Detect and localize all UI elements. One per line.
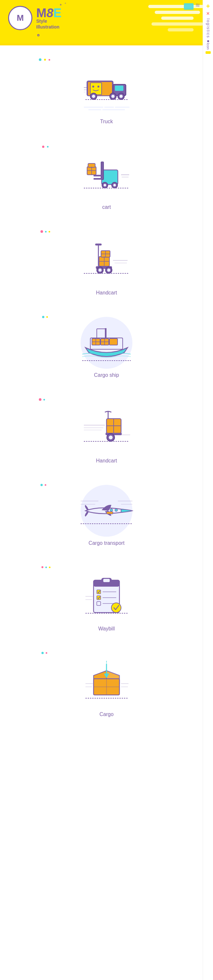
waybill-label: Waybill: [98, 626, 115, 632]
svg-rect-18: [101, 162, 104, 180]
cargo-ship-svg: [80, 322, 133, 364]
deco-dot-teal7: [45, 566, 47, 568]
svg-point-3: [92, 86, 94, 88]
deco-dot-pink: [49, 59, 50, 60]
cargo-transport-label: Cargo transport: [88, 540, 124, 546]
handcart1-label: Handcart: [96, 290, 117, 296]
deco-dot-pink7: [41, 566, 43, 568]
svg-rect-53: [109, 339, 117, 345]
sidebar-plus-icon: +: [206, 3, 210, 10]
svg-point-88: [111, 603, 121, 612]
svg-rect-48: [105, 328, 106, 339]
deco-dot-teal4: [42, 316, 44, 318]
svg-rect-84: [97, 596, 101, 600]
handcart2-section: Handcart: [0, 388, 213, 474]
cargo-transport-icon-wrapper: [74, 487, 139, 535]
waybill-svg: [84, 574, 129, 616]
cargo-transport-section: Cargo transport: [0, 474, 213, 556]
svg-point-28: [113, 184, 116, 186]
deco-dot-teal6: [41, 484, 43, 486]
deco-dot-pink2: [42, 146, 44, 148]
handcart1-icon-wrapper: [74, 233, 139, 285]
svg-point-71: [115, 509, 117, 511]
truck-label: Truck: [100, 119, 113, 124]
deco-dot-teal8: [41, 652, 44, 654]
deco-dot-teal3: [45, 231, 47, 232]
cart-label: cart: [102, 204, 111, 210]
svg-rect-82: [97, 590, 101, 594]
cargo-ship-section: Cargo ship: [0, 305, 213, 388]
deco-dot-pink3: [41, 230, 43, 233]
svg-rect-32: [95, 243, 102, 245]
deco-dot-pink5: [39, 398, 41, 401]
sidebar-yellow-rect: [205, 51, 211, 54]
svg-point-12: [120, 95, 123, 98]
svg-point-70: [110, 509, 113, 511]
svg-point-4: [98, 86, 99, 88]
svg-rect-86: [97, 601, 101, 605]
header-dot1: [60, 4, 62, 5]
header: M M 8 E Style Illustration ≋: [0, 0, 213, 45]
handcart1-section: Handcart: [0, 220, 213, 305]
svg-point-10: [111, 95, 115, 98]
cargo-label: Cargo: [99, 711, 114, 718]
deco-dot-pink6: [45, 484, 46, 486]
cargo-transport-svg: [79, 491, 134, 530]
svg-point-26: [104, 184, 106, 186]
deco-dot-teal2: [47, 146, 49, 148]
deco-dot-teal5: [43, 399, 45, 401]
svg-rect-6: [115, 85, 124, 91]
deco-dot-yellow3: [49, 231, 50, 232]
svg-rect-72: [106, 512, 113, 514]
sidebar-dot: [207, 40, 209, 42]
handcart2-label: Handcart: [96, 458, 117, 464]
logo-circle: M: [8, 6, 32, 30]
svg-point-41: [98, 269, 102, 272]
cargo-ship-icon-wrapper: [74, 318, 139, 367]
cargo-svg: [84, 659, 129, 702]
svg-rect-2: [90, 83, 102, 95]
waybill-icon-wrapper: [74, 569, 139, 621]
truck-section: Truck: [0, 45, 213, 134]
sidebar-icon-label: Icon: [206, 43, 210, 49]
truck-icon-wrapper: [74, 62, 139, 113]
logo-circle-text: M: [17, 13, 24, 23]
waybill-section: Waybill: [0, 556, 213, 641]
cart-icon-wrapper: [74, 147, 139, 199]
logo-8: 8: [47, 6, 54, 20]
cargo-section: Cargo: [0, 641, 213, 737]
sidebar: + × logistics Icon: [203, 0, 213, 980]
header-zigzag: ≋: [195, 2, 200, 9]
deco-dot-pink8: [46, 652, 47, 654]
svg-point-43: [107, 269, 110, 272]
truck-icon: [84, 73, 129, 102]
cart-section: cart: [0, 134, 213, 220]
handcart2-icon-wrapper: [74, 401, 139, 453]
deco-dot-yellow7: [49, 566, 50, 568]
header-teal-rect: [184, 3, 194, 10]
logo-text: M 8 E Style Illustration: [36, 6, 62, 30]
sidebar-x-icon: ×: [207, 11, 210, 16]
handcart1-icon: [82, 241, 131, 277]
cart-icon: [82, 157, 131, 189]
svg-rect-20: [93, 178, 102, 180]
deco-dot-teal: [39, 58, 41, 61]
svg-rect-81: [103, 579, 110, 582]
deco-dot-yellow4: [46, 316, 48, 318]
sidebar-label: logistics: [206, 19, 210, 38]
handcart2-svg: [82, 409, 131, 445]
header-circle-outline: [37, 34, 39, 36]
cargo-icon-wrapper: [74, 654, 139, 706]
cargo-ship-label: Cargo ship: [94, 372, 119, 378]
logo-e: E: [54, 6, 62, 20]
svg-point-8: [92, 95, 95, 98]
logo-area: M M 8 E Style Illustration: [8, 6, 62, 30]
truck-bg-lines: [77, 107, 136, 110]
header-dot2: [65, 3, 66, 4]
svg-point-64: [109, 436, 113, 439]
deco-dot-yellow: [44, 59, 46, 60]
